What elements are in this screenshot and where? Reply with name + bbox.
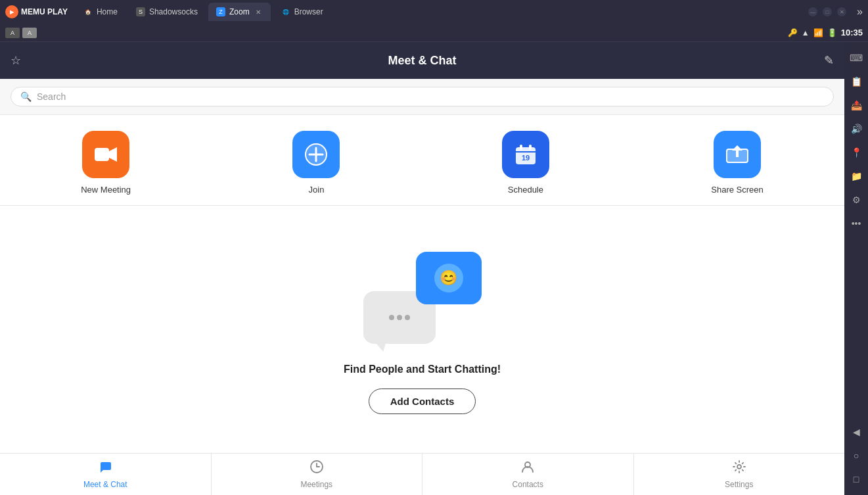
battery-icon: 🔋 (827, 28, 837, 37)
sidebar-recents-btn[interactable]: □ (846, 469, 867, 490)
app-name: MEMU PLAY (21, 7, 68, 16)
zoom-tab-close[interactable]: ✕ (254, 7, 263, 16)
close-button[interactable]: ✕ (837, 7, 846, 16)
maximize-button[interactable]: □ (823, 7, 832, 16)
tab-zoom[interactable]: Z Zoom ✕ (208, 3, 271, 21)
share-screen-icon (725, 144, 749, 165)
sidebar-settings-btn[interactable]: ⚙ (846, 189, 867, 210)
window-controls: — □ ✕ » (808, 6, 863, 18)
svg-marker-1 (109, 147, 117, 162)
share-screen-label: Share Screen (711, 185, 764, 195)
browser-favicon: 🌐 (281, 7, 290, 16)
sys-box-2: A (22, 28, 37, 38)
sidebar-keyboard-btn[interactable]: ⌨ (846, 47, 867, 68)
nav-meet-chat[interactable]: Meet & Chat (0, 454, 212, 495)
schedule-button[interactable]: 19 (502, 131, 549, 178)
app-header: ☆ Meet & Chat ✎ (0, 42, 844, 79)
system-bar: A A 🔑 ▲ 📶 🔋 10:35 (0, 24, 868, 42)
meet-chat-icon (98, 460, 112, 477)
meetings-icon (309, 460, 324, 477)
tab-home[interactable]: 🏠 Home (76, 3, 126, 21)
tab-shadowsocks-label: Shadowsocks (149, 7, 198, 16)
new-meeting-button[interactable] (82, 131, 129, 178)
search-icon: 🔍 (20, 91, 32, 102)
minimize-button[interactable]: — (808, 7, 817, 16)
zoom-favicon: Z (216, 7, 225, 16)
favorites-icon[interactable]: ☆ (11, 54, 21, 67)
sidebar-share-btn[interactable]: 📤 (846, 95, 867, 116)
app-title: Meet & Chat (388, 54, 456, 68)
join-label: Join (309, 185, 325, 195)
nav-settings[interactable]: Settings (634, 454, 845, 495)
camera-icon (95, 146, 117, 163)
search-input[interactable] (37, 91, 824, 102)
app-logo: ▶ MEMU PLAY (5, 5, 68, 18)
edit-icon[interactable]: ✎ (824, 54, 834, 67)
system-time: 10:35 (841, 28, 863, 37)
nav-meet-chat-label: Meet & Chat (83, 480, 127, 489)
signal-icon: 📶 (813, 28, 823, 37)
dot-2 (397, 315, 402, 320)
wifi-icon: ▲ (802, 28, 810, 37)
logo-icon: ▶ (5, 5, 18, 18)
chat-illustration: 😊 (363, 245, 482, 350)
tab-shadowsocks[interactable]: S Shadowsocks (128, 3, 206, 21)
tab-zoom-label: Zoom (229, 7, 250, 16)
new-meeting-item[interactable]: New Meeting (81, 131, 131, 195)
settings-icon (732, 460, 746, 477)
svg-text:19: 19 (522, 154, 530, 162)
right-sidebar: ⌨ 📋 📤 🔊 📍 📁 ⚙ ••• ◀ ○ □ (844, 42, 868, 495)
sidebar-home-btn[interactable]: ○ (846, 445, 867, 466)
svg-rect-0 (95, 148, 109, 161)
tab-browser-label: Browser (294, 7, 323, 16)
nav-contacts[interactable]: Contacts (423, 454, 634, 495)
svg-point-13 (737, 465, 741, 469)
share-screen-item[interactable]: Share Screen (711, 131, 764, 195)
sidebar-files-btn[interactable]: 📁 (846, 166, 867, 187)
main-content: ☆ Meet & Chat ✎ 🔍 New Meeting (0, 42, 844, 495)
header-left: ☆ (11, 53, 21, 68)
plus-icon (304, 143, 328, 166)
search-bar: 🔍 (0, 79, 844, 115)
nav-contacts-label: Contacts (513, 480, 543, 489)
sidebar-location-btn[interactable]: 📍 (846, 142, 867, 163)
dot-1 (389, 315, 394, 320)
actions-area: New Meeting Join 19 (0, 115, 844, 206)
share-screen-button[interactable] (714, 131, 761, 178)
sys-box-1: A (5, 28, 20, 38)
chat-area: 😊 Find People and Start Chatting! Add Co… (0, 206, 844, 453)
smiley-icon: 😊 (434, 264, 463, 293)
sidebar-screenshot-btn[interactable]: 📋 (846, 71, 867, 92)
calendar-icon: 19 (514, 143, 537, 166)
chat-empty-title: Find People and Start Chatting! (344, 364, 501, 375)
new-meeting-label: New Meeting (81, 185, 131, 195)
schedule-item[interactable]: 19 Schedule (502, 131, 549, 195)
home-favicon: 🏠 (83, 7, 93, 16)
schedule-label: Schedule (508, 185, 543, 195)
svg-rect-7 (529, 145, 532, 150)
add-contacts-button[interactable]: Add Contacts (369, 389, 476, 414)
sidebar-more-btn[interactable]: ••• (846, 213, 867, 234)
shadowsocks-favicon: S (136, 7, 145, 16)
title-bar: ▶ MEMU PLAY 🏠 Home S Shadowsocks Z Zoom … (0, 0, 868, 24)
dot-3 (405, 315, 410, 320)
header-right: ✎ (824, 53, 834, 68)
bottom-nav: Meet & Chat Meetings Contacts (0, 453, 844, 495)
join-item[interactable]: Join (292, 131, 340, 195)
svg-rect-6 (520, 145, 522, 150)
join-button[interactable] (292, 131, 340, 178)
svg-rect-8 (516, 151, 536, 153)
tab-home-label: Home (97, 7, 118, 16)
tab-browser[interactable]: 🌐 Browser (273, 3, 331, 21)
collapse-button[interactable]: » (857, 6, 863, 18)
sidebar-back-btn[interactable]: ◀ (846, 421, 867, 442)
search-wrapper[interactable]: 🔍 (11, 87, 834, 106)
chat-bubble-blue: 😊 (416, 252, 482, 304)
contacts-icon (520, 460, 535, 477)
nav-meetings-label: Meetings (300, 480, 332, 489)
sidebar-volume-btn[interactable]: 🔊 (846, 118, 867, 139)
nav-meetings[interactable]: Meetings (212, 454, 423, 495)
key-icon: 🔑 (788, 28, 798, 37)
sys-left: A A (5, 28, 37, 38)
nav-settings-label: Settings (725, 480, 753, 489)
